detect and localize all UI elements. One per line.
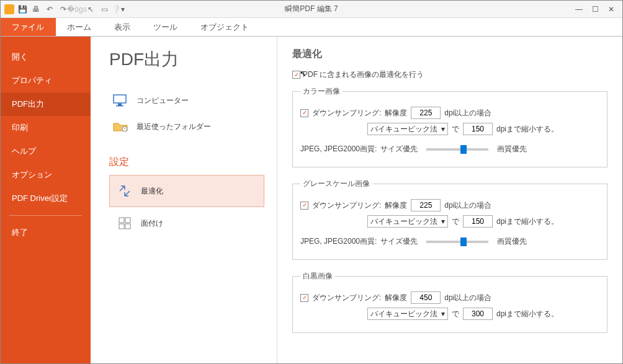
optimize-heading: 最適化: [292, 48, 607, 61]
slider-color-quality[interactable]: [426, 148, 488, 151]
file-sidebar: 開く プロパティ PDF出力 印刷 ヘルプ オプション PDF Driver設定…: [1, 37, 91, 363]
setting-optimize-label: 最適化: [141, 186, 163, 197]
app-icon: [4, 4, 14, 14]
lbl-resolution: 解像度: [385, 108, 407, 118]
nav-recent-label: 最近使ったフォルダー: [137, 122, 211, 132]
tab-home[interactable]: ホーム: [56, 18, 103, 36]
group-bw: 白黒画像 ✓ ダウンサンプリング: 解像度 dpi以上の場合 バイキュービック法…: [292, 271, 607, 333]
checkbox-optimize-images[interactable]: ✓ ↖ PDF に含まれる画像の最適化を行う: [292, 69, 607, 80]
undo-icon[interactable]: ↶: [44, 4, 55, 15]
svg-rect-0: [114, 95, 126, 103]
svg-rect-4: [119, 218, 124, 223]
folder-icon: [112, 120, 129, 133]
nav-computer-label: コンピューター: [137, 95, 189, 106]
input-bw-res[interactable]: [411, 291, 441, 304]
checkbox-gray-downsample[interactable]: ✓: [300, 202, 308, 210]
checkbox-icon: ✓: [292, 71, 300, 79]
sidebar-item-open[interactable]: 開く: [1, 45, 91, 69]
chevron-down-icon: ▾: [441, 125, 445, 133]
svg-rect-2: [116, 105, 123, 107]
ribbon-tabs: ファイル ホーム 表示 ツール オブジェクト: [1, 18, 622, 37]
lbl-de: で: [452, 124, 459, 135]
pointer-icon[interactable]: ↖: [85, 4, 96, 15]
page-title: PDF出力: [109, 48, 264, 71]
computer-icon: [112, 94, 129, 107]
input-gray-res[interactable]: [411, 199, 441, 211]
slider-thumb[interactable]: [460, 145, 467, 154]
window-title: 瞬簡PDF 編集 7: [285, 4, 338, 14]
optimize-panel: 最適化 ✓ ↖ PDF に含まれる画像の最適化を行う カラー画像 ✓ ダウンサン…: [277, 37, 622, 363]
nav-computer[interactable]: コンピューター: [109, 87, 264, 113]
sidebar-item-print[interactable]: 印刷: [1, 116, 91, 140]
checkbox-color-downsample[interactable]: ✓: [300, 109, 308, 117]
group-color-legend: カラー画像: [300, 86, 343, 97]
tab-file[interactable]: ファイル: [1, 18, 56, 36]
sidebar-separator: [9, 215, 82, 216]
group-color: カラー画像 ✓ ダウンサンプリング: 解像度 dpi以上の場合 バイキュービック…: [292, 86, 607, 167]
lbl-dpi-shrink: dpiまで縮小する。: [496, 124, 558, 135]
lbl-jpeg-quality: JPEG, JPEG2000画質:: [300, 144, 377, 154]
lbl-dpi-over: dpi以上の場合: [444, 108, 491, 118]
lbl-quality-priority: 画質優先: [497, 144, 527, 154]
help-icon[interactable]: ❔▾: [112, 4, 123, 15]
svg-rect-5: [125, 218, 130, 223]
checkbox-bw-downsample[interactable]: ✓: [300, 294, 308, 302]
close-button[interactable]: ✕: [607, 5, 615, 14]
save-icon[interactable]: 💾: [17, 4, 28, 15]
input-color-res[interactable]: [411, 107, 441, 119]
tab-object[interactable]: オブジェクト: [189, 18, 261, 36]
sidebar-item-pdf-output[interactable]: PDF出力: [1, 92, 91, 116]
print-icon[interactable]: 🖶: [30, 4, 42, 15]
sidebar-item-options[interactable]: オプション: [1, 163, 91, 187]
chevron-down-icon: ▾: [441, 309, 445, 318]
optimize-icon: [116, 184, 133, 198]
chevron-down-icon: ▾: [441, 217, 445, 226]
tab-tool[interactable]: ツール: [142, 18, 189, 36]
group-gray: グレースケール画像 ✓ ダウンサンプリング: 解像度 dpi以上の場合 バイキュ…: [292, 179, 607, 260]
output-nav-column: PDF出力 コンピューター 最近使ったフォルダー 設定: [91, 37, 277, 363]
title-bar: 💾 🖶 ↶ ↷ �ògs ↖ ▭ ❔▾ 瞬簡PDF 編集 7 — ☐ ✕: [1, 1, 622, 18]
input-bw-to[interactable]: [463, 308, 493, 320]
input-color-to[interactable]: [463, 123, 493, 135]
tab-view[interactable]: 表示: [103, 18, 142, 36]
svg-rect-6: [119, 224, 124, 229]
group-gray-legend: グレースケール画像: [300, 179, 372, 189]
quick-access-toolbar: 💾 🖶 ↶ ↷ �ògs ↖ ▭ ❔▾: [1, 4, 123, 15]
setting-optimize[interactable]: 最適化: [109, 175, 264, 207]
select-gray-method[interactable]: バイキュービック法▾: [367, 215, 448, 228]
sidebar-item-driver[interactable]: PDF Driver設定: [1, 187, 91, 210]
input-gray-to[interactable]: [463, 215, 493, 228]
slider-thumb[interactable]: [460, 237, 467, 246]
select-color-method[interactable]: バイキュービック法▾: [367, 123, 448, 135]
impose-icon: [116, 216, 133, 230]
sidebar-item-exit[interactable]: 終了: [1, 221, 91, 244]
settings-heading: 設定: [109, 156, 264, 169]
maximize-button[interactable]: ☐: [591, 5, 599, 14]
setting-impose-label: 面付け: [141, 218, 163, 229]
select-bw-method[interactable]: バイキュービック法▾: [367, 308, 448, 320]
nav-recent[interactable]: 最近使ったフォルダー: [109, 113, 264, 140]
lbl-size-priority: サイズ優先: [380, 144, 418, 154]
text-select-icon[interactable]: �ògs: [71, 4, 83, 15]
page-icon[interactable]: ▭: [99, 4, 110, 15]
checkbox-optimize-label: PDF に含まれる画像の最適化を行う: [303, 69, 424, 80]
setting-impose[interactable]: 面付け: [109, 207, 264, 239]
group-bw-legend: 白黒画像: [300, 271, 335, 282]
lbl-downsample: ダウンサンプリング:: [312, 108, 381, 118]
slider-gray-quality[interactable]: [426, 241, 488, 243]
svg-rect-1: [118, 104, 122, 105]
sidebar-item-property[interactable]: プロパティ: [1, 69, 91, 92]
minimize-button[interactable]: —: [575, 5, 583, 14]
sidebar-item-help[interactable]: ヘルプ: [1, 140, 91, 163]
svg-rect-7: [125, 224, 130, 229]
